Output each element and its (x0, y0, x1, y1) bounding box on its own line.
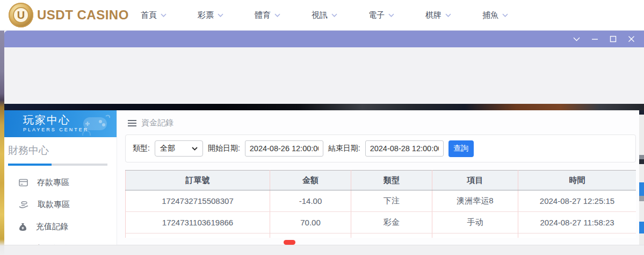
search-button[interactable]: 查詢 (448, 140, 474, 157)
deposit-card-icon (19, 179, 28, 187)
cell-time: 2024-08-27 12:25:15 (518, 190, 636, 212)
close-icon (628, 36, 635, 42)
maximize-icon (610, 36, 617, 42)
nav-item-label: 棋牌 (425, 10, 442, 20)
chevron-down-icon (445, 13, 451, 17)
chevron-down-icon (331, 13, 337, 17)
chevron-down-icon (192, 147, 198, 151)
cell-order-no: 1724731103619866 (126, 212, 270, 233)
cell-time: 2024-08-27 11:58:23 (518, 212, 636, 233)
scrollbar-sliver[interactable] (639, 110, 644, 255)
nav-item-home[interactable]: 首頁 (141, 10, 167, 20)
cell-type: 下注 (351, 190, 432, 212)
start-date-input[interactable] (245, 140, 323, 157)
sidebar-section-finance[interactable]: 財務中心 (8, 144, 117, 158)
nav-item-label: 視訊 (312, 10, 328, 20)
section-underline (8, 164, 107, 166)
col-type: 類型 (351, 171, 432, 190)
nav-item-label: 彩票 (198, 10, 214, 20)
cell-amount: -14.00 (270, 190, 351, 212)
sidebar-header: 玩家中心 PLAYERS CENTER (4, 110, 117, 137)
sidebar-item-deposit[interactable]: 存款專區 (4, 172, 117, 194)
col-item: 項目 (432, 171, 518, 190)
logo-text: USDT CASINO (37, 8, 129, 23)
red-highlight-marker (284, 240, 295, 245)
minimize-button[interactable] (590, 35, 599, 44)
cell-item: 手动 (432, 212, 518, 233)
table-row-partial (126, 233, 636, 238)
window-footer-strip (4, 245, 644, 255)
chevron-down-icon (573, 37, 580, 41)
col-amount: 金額 (270, 171, 351, 190)
sidebar: 玩家中心 PLAYERS CENTER 財務中心 存款專區 (4, 110, 117, 255)
page-title: 資金記錄 (141, 118, 173, 128)
table-row: 1724731103619866 70.00 彩金 手动 2024-08-27 … (126, 212, 636, 233)
start-date-label: 開始日期: (208, 144, 240, 153)
window-titlebar[interactable] (4, 31, 644, 47)
nav-item-label: 電子 (368, 10, 385, 20)
sidebar-menu: 存款專區 取款專區 充值記錄 提現記錄 (4, 172, 117, 255)
records-table: 訂單號 金額 類型 項目 時間 1724732715508307 -14.00 … (125, 170, 636, 238)
sidebar-item-recharge-records[interactable]: 充值記錄 (4, 216, 117, 238)
maximize-button[interactable] (609, 35, 617, 44)
chevron-down-icon (161, 13, 167, 17)
nav-item-sports[interactable]: 體育 (255, 10, 280, 20)
sidebar-item-withdraw[interactable]: 取款專區 (4, 194, 117, 216)
coin-logo-icon: U (9, 3, 33, 27)
table-header-row: 訂單號 金額 類型 項目 時間 (126, 171, 636, 190)
nav-item-label: 捕魚 (482, 10, 498, 20)
nav-item-label: 首頁 (141, 10, 157, 20)
nav-item-lottery[interactable]: 彩票 (198, 10, 223, 20)
sidebar-item-label: 充值記錄 (36, 222, 68, 232)
end-date-label: 結束日期: (328, 144, 360, 153)
background-sliver (0, 31, 4, 255)
chevron-down-icon (274, 13, 280, 17)
window-collapse-button[interactable] (572, 35, 581, 44)
nav-item-cards[interactable]: 棋牌 (425, 10, 451, 20)
cell-amount: 70.00 (270, 212, 351, 233)
logo[interactable]: U USDT CASINO (9, 3, 129, 27)
cell-order-no: 1724732715508307 (126, 190, 270, 212)
player-center-window: 玩家中心 PLAYERS CENTER 財務中心 存款專區 (4, 31, 644, 255)
sidebar-item-label: 存款專區 (37, 178, 69, 188)
end-date-input[interactable] (365, 140, 444, 157)
chevron-down-icon (218, 13, 223, 17)
breadcrumb: 資金記錄 (117, 110, 639, 126)
nav-item-live[interactable]: 視訊 (312, 10, 337, 20)
banner-strip (4, 104, 644, 110)
type-label: 類型: (133, 144, 150, 153)
col-time: 時間 (518, 171, 636, 190)
filter-bar: 類型: 全部 開始日期: 結束日期: 查詢 (125, 134, 636, 162)
hamburger-menu-icon[interactable] (128, 120, 136, 126)
cell-type: 彩金 (351, 212, 432, 233)
cell-item: 澳洲幸运8 (432, 190, 518, 212)
nav-item-label: 體育 (255, 10, 271, 20)
close-button[interactable] (627, 35, 635, 44)
type-select[interactable]: 全部 (155, 140, 203, 157)
nav-item-slots[interactable]: 電子 (368, 10, 394, 20)
site-navbar: U USDT CASINO 首頁 彩票 體育 視訊 電子 棋牌 捕魚 (0, 0, 644, 31)
withdraw-hand-icon (19, 201, 28, 209)
sidebar-item-label: 取款專區 (38, 200, 70, 210)
coin-letter: U (13, 7, 29, 23)
minimize-icon (591, 36, 598, 42)
chevron-down-icon (388, 13, 394, 17)
records-table-wrap: 訂單號 金額 類型 項目 時間 1724732715508307 -14.00 … (125, 170, 636, 238)
nav-menu: 首頁 彩票 體育 視訊 電子 棋牌 捕魚 (141, 0, 508, 30)
gamepad-icon (80, 113, 111, 136)
app-area: 玩家中心 PLAYERS CENTER 財務中心 存款專區 (4, 110, 644, 255)
type-select-value: 全部 (160, 144, 175, 153)
window-empty-body (4, 47, 644, 104)
content-panel: 資金記錄 類型: 全部 開始日期: 結束日期: 查詢 (117, 110, 639, 255)
table-row: 1724732715508307 -14.00 下注 澳洲幸运8 2024-08… (126, 190, 636, 212)
nav-item-fishing[interactable]: 捕魚 (482, 10, 508, 20)
money-bag-icon (19, 223, 27, 231)
col-order-no: 訂單號 (126, 171, 270, 190)
chevron-down-icon (502, 13, 508, 17)
